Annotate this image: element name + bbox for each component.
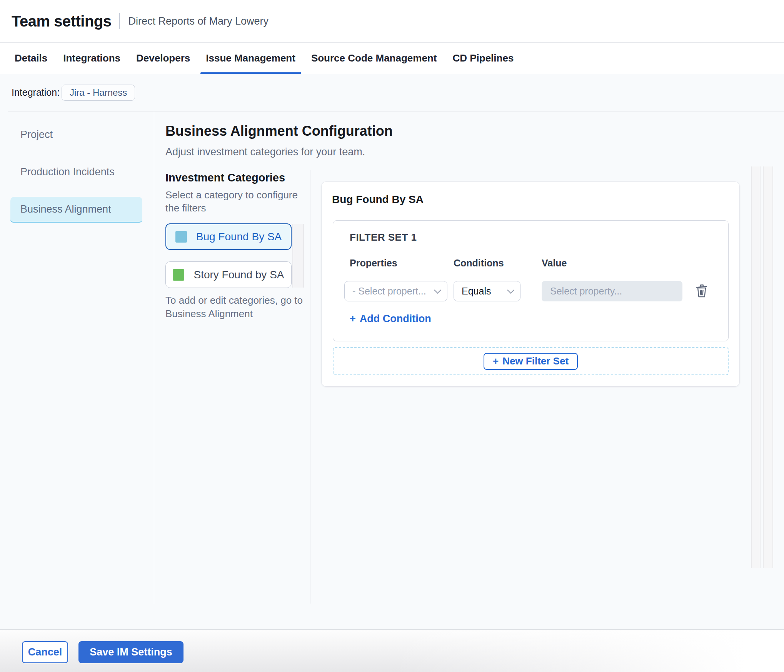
save-im-settings-button[interactable]: Save IM Settings xyxy=(78,641,183,663)
plus-icon: + xyxy=(493,355,499,367)
panel-scrollbar-outer[interactable] xyxy=(751,166,761,568)
tab-details[interactable]: Details xyxy=(15,43,47,74)
integration-row: Integration: Jira - Harness xyxy=(0,74,784,111)
property-select[interactable]: - Select propert... xyxy=(344,281,447,301)
cancel-button[interactable]: Cancel xyxy=(22,641,68,663)
conditions-column-label: Conditions xyxy=(454,258,504,269)
sidebar-item-production-incidents[interactable]: Production Incidents xyxy=(20,166,115,178)
category-button-bug-found-by-sa[interactable]: Bug Found By SA xyxy=(165,223,292,250)
category-button-label: Bug Found By SA xyxy=(196,231,282,243)
tab-issue-management[interactable]: Issue Management xyxy=(206,43,295,74)
tab-integrations[interactable]: Integrations xyxy=(63,43,120,74)
condition-select[interactable]: Equals xyxy=(454,281,520,301)
tab-cd-pipelines[interactable]: CD Pipelines xyxy=(452,43,514,74)
add-condition-button[interactable]: + Add Condition xyxy=(350,313,431,325)
category-button-label: Story Found by SA xyxy=(193,269,284,281)
properties-column-label: Properties xyxy=(350,258,397,269)
page-header: Team settings Direct Reports of Mary Low… xyxy=(0,0,784,42)
sidebar-item-project[interactable]: Project xyxy=(20,129,53,141)
page-title: Team settings xyxy=(12,13,112,30)
plus-icon: + xyxy=(350,313,356,325)
config-card-title: Bug Found By SA xyxy=(332,193,424,206)
condition-select-value: Equals xyxy=(462,286,491,297)
title-divider xyxy=(119,13,120,29)
integration-label: Integration: xyxy=(12,84,60,100)
value-column-label: Value xyxy=(542,258,567,269)
tab-bar: Details Integrations Developers Issue Ma… xyxy=(0,42,784,74)
tab-developers[interactable]: Developers xyxy=(136,43,190,74)
section-title: Business Alignment Configuration xyxy=(165,123,393,139)
category-config-card: Bug Found By SA FILTER SET 1 Properties … xyxy=(322,182,739,386)
integration-divider xyxy=(8,111,784,111)
categories-scrollbar[interactable] xyxy=(292,224,304,288)
panel-scrollbar-inner[interactable] xyxy=(763,166,773,568)
team-settings-page: Team settings Direct Reports of Mary Low… xyxy=(0,0,784,672)
value-input[interactable] xyxy=(542,281,682,301)
trash-icon xyxy=(695,284,708,298)
new-filter-set-button[interactable]: + New Filter Set xyxy=(484,353,578,370)
story-category-swatch xyxy=(173,269,184,281)
sidebar-divider xyxy=(154,111,154,604)
integration-chip[interactable]: Jira - Harness xyxy=(62,85,135,101)
tab-source-code-management[interactable]: Source Code Management xyxy=(311,43,437,74)
investment-categories-description: Select a category to configure the filte… xyxy=(165,188,304,215)
filter-set-heading: FILTER SET 1 xyxy=(350,231,417,243)
add-condition-label: Add Condition xyxy=(360,313,431,325)
footer-action-bar: Cancel Save IM Settings xyxy=(0,629,784,672)
page-subtitle: Direct Reports of Mary Lowery xyxy=(128,15,269,27)
investment-categories-heading: Investment Categories xyxy=(165,171,285,184)
new-filter-set-label: New Filter Set xyxy=(502,355,569,367)
categories-divider xyxy=(310,170,310,604)
section-subtitle: Adjust investment categories for your te… xyxy=(165,146,365,158)
new-filter-set-zone: + New Filter Set xyxy=(333,347,729,375)
property-select-placeholder: - Select propert... xyxy=(352,286,426,297)
categories-note: To add or edit categories, go to Busines… xyxy=(165,294,308,321)
sidebar-item-business-alignment[interactable]: Business Alignment xyxy=(10,197,142,223)
chevron-down-icon xyxy=(507,286,514,293)
delete-condition-button[interactable] xyxy=(693,282,710,300)
category-button-story-found-by-sa[interactable]: Story Found by SA xyxy=(165,261,292,288)
filter-set-box: FILTER SET 1 Properties Conditions Value… xyxy=(333,220,729,341)
bug-category-swatch xyxy=(175,231,187,243)
chevron-down-icon xyxy=(434,286,441,293)
content-area: Integration: Jira - Harness Project Prod… xyxy=(0,74,784,629)
